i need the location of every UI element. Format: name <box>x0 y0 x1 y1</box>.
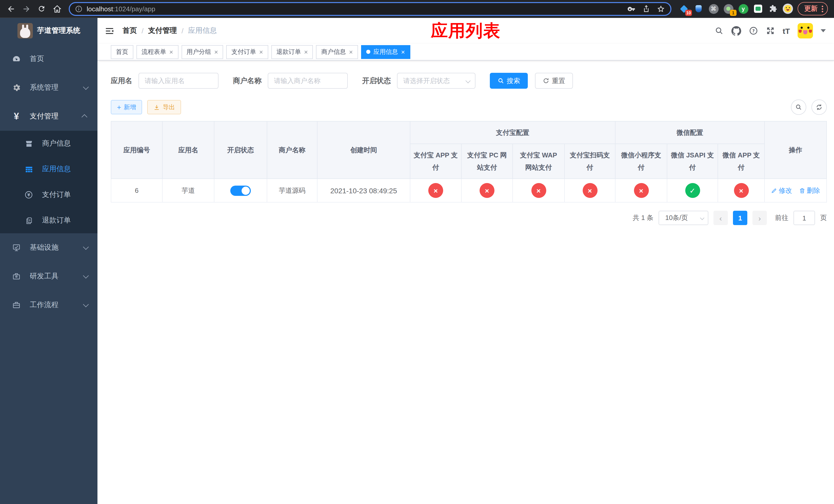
status-label: 开启状态 <box>362 76 391 85</box>
close-icon[interactable]: × <box>259 48 263 55</box>
edit-link[interactable]: 修改 <box>771 186 792 195</box>
home-button[interactable] <box>50 2 64 15</box>
next-page-button[interactable]: › <box>752 211 767 225</box>
col-header-merchant: 商户名称 <box>267 121 317 179</box>
close-icon[interactable]: × <box>401 48 405 55</box>
merchant-name-input[interactable] <box>268 73 348 89</box>
reset-button[interactable]: 重置 <box>535 73 573 89</box>
prev-page-button[interactable]: ‹ <box>714 211 728 225</box>
cell-app-id: 6 <box>111 179 162 202</box>
svg-text:¥: ¥ <box>27 193 30 198</box>
y-extension-icon[interactable]: y <box>738 4 748 14</box>
header-search-button[interactable] <box>715 26 724 36</box>
avatar-caret-icon[interactable] <box>821 29 826 32</box>
reset-button-label: 重置 <box>552 76 565 85</box>
chrome-update-button[interactable]: 更新 <box>797 2 828 15</box>
bookmark-star-icon[interactable] <box>657 4 665 13</box>
app-table: 应用编号 应用名 开启状态 商户名称 创建时间 支付宝配置 微信配置 操作 支付… <box>111 121 827 203</box>
current-page-button[interactable]: 1 <box>733 211 747 225</box>
github-icon[interactable] <box>731 26 741 36</box>
tab-refund-orders[interactable]: 退款订单 × <box>271 45 313 59</box>
command-extension-icon[interactable]: ⌘ <box>708 4 719 14</box>
share-icon[interactable] <box>642 5 650 13</box>
emoji-face-icon <box>784 5 791 12</box>
font-size-icon[interactable]: tT <box>783 26 790 35</box>
status-extension-icon[interactable]: 1 <box>723 4 733 14</box>
tab-merchant-info[interactable]: 商户信息 × <box>316 45 358 59</box>
sidebar-item-infrastructure[interactable]: 基础设施 <box>0 233 97 262</box>
profile-circle-icon <box>783 4 793 14</box>
app-name-input[interactable] <box>138 73 219 89</box>
tab-process-form[interactable]: 流程表单 × <box>136 45 178 59</box>
status-select[interactable]: 请选择开启状态 <box>397 73 476 89</box>
grid-table-icon <box>23 165 35 174</box>
export-button[interactable]: 导出 <box>147 100 181 114</box>
sidebar-item-pay-orders[interactable]: ¥ 支付订单 <box>0 182 97 208</box>
breadcrumb-home[interactable]: 首页 <box>123 26 137 36</box>
chat-extension-icon[interactable] <box>753 4 763 14</box>
fullscreen-icon[interactable] <box>766 26 775 36</box>
rabbit-logo <box>17 23 32 39</box>
address-bar[interactable]: localhost:1024/pay/app <box>69 2 672 16</box>
sidebar-item-label: 工作流程 <box>30 300 59 310</box>
next-arrow-icon: › <box>758 213 761 222</box>
tab-label: 支付订单 <box>231 47 256 56</box>
cell-merchant: 芋道源码 <box>267 179 317 202</box>
browser-menu-kebab-icon[interactable] <box>822 5 823 12</box>
puzzle-icon <box>769 4 777 13</box>
sidebar-item-merchant-info[interactable]: 商户信息 <box>0 131 97 156</box>
sidebar-item-workflow[interactable]: 工作流程 <box>0 291 97 319</box>
site-info-icon[interactable] <box>75 5 83 13</box>
forward-button[interactable] <box>20 2 33 15</box>
cell-alipay-wap: × <box>513 179 565 202</box>
close-icon[interactable]: × <box>304 48 308 55</box>
page-size-select[interactable]: 10条/页 <box>659 211 708 225</box>
search-button[interactable]: 搜索 <box>490 73 528 89</box>
tab-home[interactable]: 首页 <box>111 45 133 59</box>
extensions-area: 10 ⌘ 1 y 更新 <box>677 2 830 15</box>
close-icon[interactable]: × <box>349 48 353 55</box>
status-toggle[interactable] <box>230 185 251 196</box>
close-icon[interactable]: × <box>169 48 173 55</box>
col-header-alipay-qr: 支付宝扫码支付 <box>565 144 615 179</box>
header-actions: ? tT <box>715 23 826 39</box>
pinned-extension-icon[interactable]: 10 <box>679 4 689 14</box>
password-key-icon[interactable] <box>627 4 636 13</box>
sidebar-item-home[interactable]: 首页 <box>0 45 97 73</box>
toggle-search-button[interactable] <box>791 99 806 115</box>
app-logo-row[interactable]: 芋道管理系统 <box>0 18 97 44</box>
user-avatar[interactable] <box>797 23 813 39</box>
back-button[interactable] <box>4 2 18 15</box>
sidebar-item-payment[interactable]: ¥ 支付管理 <box>0 102 97 131</box>
table-row: 6 芋道 芋道源码 2021-10-23 08:49:25 × × × × × … <box>111 179 827 202</box>
sidebar-item-dev-tools[interactable]: 研发工具 <box>0 262 97 291</box>
sidebar-item-refund-orders[interactable]: 退款订单 <box>0 208 97 233</box>
gem-extension-icon[interactable] <box>694 4 704 14</box>
add-button[interactable]: + 新增 <box>111 100 142 114</box>
table-toolbar: + 新增 导出 <box>111 99 827 115</box>
sidebar-item-app-info[interactable]: 应用信息 <box>0 156 97 182</box>
app-title: 芋道管理系统 <box>37 26 80 36</box>
cell-alipay-pc: × <box>461 179 513 202</box>
extensions-puzzle-button[interactable] <box>768 4 778 14</box>
breadcrumb-payment[interactable]: 支付管理 <box>148 26 177 36</box>
help-icon[interactable]: ? <box>749 26 758 36</box>
tab-app-info[interactable]: 应用信息 × <box>361 45 410 59</box>
gem-icon <box>696 5 702 12</box>
col-header-alipay-wap: 支付宝 WAP 网站支付 <box>513 144 565 179</box>
sidebar-item-system[interactable]: 系统管理 <box>0 73 97 102</box>
tab-pay-orders[interactable]: 支付订单 × <box>226 45 268 59</box>
close-icon[interactable]: × <box>214 48 218 55</box>
monitor-check-icon <box>10 243 23 252</box>
sidebar-fold-icon[interactable] <box>105 26 114 36</box>
tab-user-group[interactable]: 用户分组 × <box>181 45 223 59</box>
tab-label: 首页 <box>116 47 128 56</box>
goto-page-input[interactable] <box>793 211 815 225</box>
delete-link[interactable]: 删除 <box>799 186 820 195</box>
browser-profile-avatar[interactable] <box>783 4 793 14</box>
refresh-table-button[interactable] <box>811 99 827 115</box>
sidebar-item-label: 退款订单 <box>42 216 71 225</box>
refresh-button[interactable] <box>35 2 48 15</box>
sidebar-item-label: 支付管理 <box>30 112 59 121</box>
chevron-down-icon <box>83 244 89 250</box>
